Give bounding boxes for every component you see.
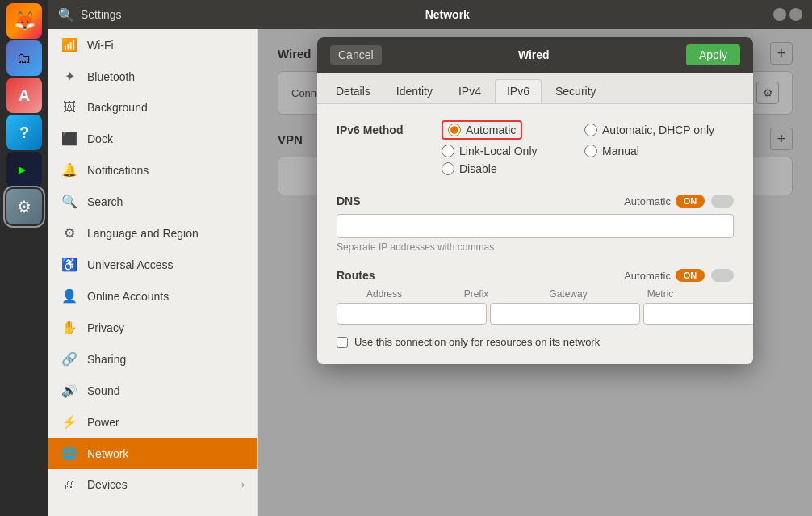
dns-input[interactable] xyxy=(337,214,734,238)
power-icon: ⚡ xyxy=(61,414,77,430)
bluetooth-icon: ✦ xyxy=(61,69,77,84)
routes-section: Routes Automatic ON Address Prefix xyxy=(337,269,734,348)
sidebar-item-wifi[interactable]: 📶 Wi-Fi xyxy=(48,29,257,61)
tab-ipv6[interactable]: IPv6 xyxy=(495,79,542,103)
dns-toggle[interactable]: ON xyxy=(676,195,705,208)
sidebar-label-dock: Dock xyxy=(87,132,113,145)
sidebar-label-language: Language and Region xyxy=(87,227,199,240)
radio-automatic[interactable]: Automatic xyxy=(442,120,571,140)
radio-automatic-label: Automatic xyxy=(466,124,516,136)
route-gateway-input[interactable] xyxy=(643,303,753,325)
routes-header-row: Routes Automatic ON xyxy=(337,269,734,282)
routes-label: Routes xyxy=(337,269,375,282)
sidebar-item-privacy[interactable]: ✋ Privacy xyxy=(48,312,257,343)
tab-identity[interactable]: Identity xyxy=(384,79,445,103)
sidebar-label-search: Search xyxy=(87,195,123,208)
cancel-button[interactable]: Cancel xyxy=(330,45,382,65)
col-action xyxy=(708,288,730,300)
ipv6-method-options: Automatic Automatic, DHCP only xyxy=(442,120,714,175)
software-icon[interactable]: A xyxy=(6,78,42,113)
settings-window: 🔍 Settings Network 📶 Wi-Fi ✦ Bluetooth 🖼… xyxy=(48,0,812,516)
dialog-title: Wired xyxy=(518,48,550,61)
search-icon: 🔍 xyxy=(58,7,74,23)
sidebar-item-devices[interactable]: 🖨 Devices › xyxy=(48,469,257,500)
tab-ipv4[interactable]: IPv4 xyxy=(446,79,493,103)
settings-title: Settings xyxy=(81,8,122,21)
sidebar-item-language[interactable]: ⚙ Language and Region xyxy=(48,217,257,249)
firefox-icon[interactable]: 🦊 xyxy=(6,3,42,39)
sidebar-item-online-accounts[interactable]: 👤 Online Accounts xyxy=(48,280,257,312)
dock-icon-sidebar: ⬛ xyxy=(61,131,77,146)
col-prefix: Prefix xyxy=(432,288,521,300)
search-icon-sidebar: 🔍 xyxy=(61,194,77,209)
radio-disable[interactable]: Disable xyxy=(442,162,571,175)
universal-access-icon: ♿ xyxy=(61,257,77,272)
background-icon: 🖼 xyxy=(61,100,77,115)
radio-dhcp-only[interactable]: Automatic, DHCP only xyxy=(584,120,714,140)
radio-manual-label: Manual xyxy=(602,145,639,157)
col-metric: Metric xyxy=(616,288,705,300)
files-icon[interactable]: 🗂 xyxy=(6,40,42,76)
connection-only-checkbox[interactable] xyxy=(337,337,348,348)
radio-disable-label: Disable xyxy=(459,162,497,175)
wired-dialog: Cancel Wired Apply Details Identity IPv4… xyxy=(317,37,753,364)
dialog-titlebar: Cancel Wired Apply xyxy=(317,37,753,73)
radio-disable-input[interactable] xyxy=(442,162,454,175)
route-prefix-input[interactable] xyxy=(490,303,640,325)
dns-header-row: DNS Automatic ON xyxy=(337,195,734,208)
tab-details[interactable]: Details xyxy=(324,79,383,103)
settings-icon[interactable]: ⚙ xyxy=(6,189,42,224)
sidebar-label-bluetooth: Bluetooth xyxy=(87,70,135,83)
minimize-button[interactable] xyxy=(773,8,786,21)
dialog-tabs: Details Identity IPv4 IPv6 Security xyxy=(317,73,753,104)
language-icon: ⚙ xyxy=(61,225,77,241)
sidebar-label-power: Power xyxy=(87,416,119,429)
radio-link-local-input[interactable] xyxy=(442,145,454,157)
titlebar: 🔍 Settings Network xyxy=(48,0,812,29)
wired-dialog-overlay: Cancel Wired Apply Details Identity IPv4… xyxy=(258,29,812,516)
tab-security[interactable]: Security xyxy=(543,79,609,103)
apply-button[interactable]: Apply xyxy=(686,44,740,65)
sidebar-label-background: Background xyxy=(87,101,148,114)
sharing-icon: 🔗 xyxy=(61,351,77,367)
maximize-button[interactable] xyxy=(789,8,802,21)
radio-automatic-input[interactable] xyxy=(448,124,461,136)
application-dock: 🦊 🗂 A ? ▶_ ⚙ xyxy=(0,0,48,516)
radio-link-local-label: Link-Local Only xyxy=(459,145,538,157)
sidebar-label-sound: Sound xyxy=(87,384,119,397)
sidebar-item-dock[interactable]: ⬛ Dock xyxy=(48,123,257,154)
sidebar-label-notifications: Notifications xyxy=(87,164,149,177)
dns-toggle-row: Automatic ON xyxy=(624,195,734,208)
sidebar-item-sharing[interactable]: 🔗 Sharing xyxy=(48,343,257,375)
sidebar-item-bluetooth[interactable]: ✦ Bluetooth xyxy=(48,61,257,92)
radio-manual[interactable]: Manual xyxy=(584,145,714,157)
routes-columns: Address Prefix Gateway Metric xyxy=(337,288,734,300)
routes-auto-label: Automatic xyxy=(624,270,671,282)
routes-toggle[interactable]: ON xyxy=(676,269,705,282)
radio-manual-input[interactable] xyxy=(584,145,597,157)
sidebar-item-search[interactable]: 🔍 Search xyxy=(48,186,257,217)
help-icon[interactable]: ? xyxy=(6,115,42,150)
sidebar-label-online-accounts: Online Accounts xyxy=(87,290,169,303)
sidebar-item-sound[interactable]: 🔊 Sound xyxy=(48,375,257,406)
sidebar-item-network[interactable]: 🌐 Network xyxy=(48,438,257,469)
radio-dhcp-input[interactable] xyxy=(584,124,597,136)
ipv6-method-label: IPv6 Method xyxy=(337,120,425,136)
window-controls xyxy=(773,8,802,21)
dns-label: DNS xyxy=(337,195,361,208)
sidebar-label-devices: Devices xyxy=(87,478,128,491)
sidebar: 📶 Wi-Fi ✦ Bluetooth 🖼 Background ⬛ Dock … xyxy=(48,29,258,516)
sidebar-item-power[interactable]: ⚡ Power xyxy=(48,406,257,438)
connection-only-row: Use this connection only for resources o… xyxy=(337,336,734,348)
dns-section: DNS Automatic ON Separate IP addresses w… xyxy=(337,195,734,253)
sidebar-item-notifications[interactable]: 🔔 Notifications xyxy=(48,154,257,186)
sidebar-item-background[interactable]: 🖼 Background xyxy=(48,92,257,123)
sidebar-label-network: Network xyxy=(87,447,128,460)
terminal-icon[interactable]: ▶_ xyxy=(6,152,42,187)
notifications-icon: 🔔 xyxy=(61,162,77,178)
sidebar-item-universal-access[interactable]: ♿ Universal Access xyxy=(48,249,257,280)
radio-dhcp-label: Automatic, DHCP only xyxy=(602,124,714,136)
col-address: Address xyxy=(340,288,429,300)
radio-link-local[interactable]: Link-Local Only xyxy=(442,145,571,157)
route-address-input[interactable] xyxy=(337,303,487,325)
